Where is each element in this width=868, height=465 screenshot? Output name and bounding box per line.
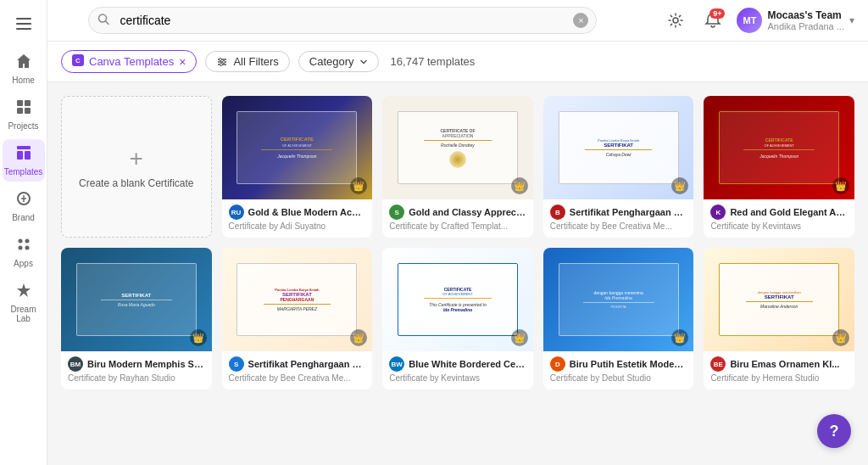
template-card[interactable]: CERTIFICATE OF ACHIEVEMENT Jacquelin Tho… xyxy=(222,96,373,238)
author-avatar: BM xyxy=(68,356,83,372)
svg-point-17 xyxy=(673,18,678,23)
settings-button[interactable] xyxy=(662,7,689,34)
svg-text:C: C xyxy=(75,57,81,64)
svg-rect-9 xyxy=(25,151,31,160)
template-thumbnail: SERTIFIKAT Rosa Maria Aguado 👑 xyxy=(61,248,212,351)
template-subtitle: Certificate by Bee Creativa Me... xyxy=(229,373,366,383)
help-icon: ? xyxy=(830,423,839,440)
svg-rect-2 xyxy=(16,28,31,30)
menu-icon[interactable] xyxy=(8,8,39,39)
sidebar-item-apps[interactable]: Apps xyxy=(3,231,45,273)
sidebar-item-label: Projects xyxy=(8,121,38,131)
premium-badge: 👑 xyxy=(511,177,528,194)
sidebar-item-label: Apps xyxy=(14,259,33,268)
search-input[interactable] xyxy=(88,7,597,34)
dreamlab-icon xyxy=(15,282,32,303)
premium-badge: 👑 xyxy=(671,177,688,194)
topbar-right: 9+ MT Mocaas's Team Andika Pradana ... ▾ xyxy=(662,7,854,34)
svg-point-24 xyxy=(223,60,225,63)
user-menu[interactable]: MT Mocaas's Team Andika Pradana ... ▾ xyxy=(737,8,854,33)
notification-button[interactable]: 9+ xyxy=(699,7,726,34)
blank-certificate-label: Create a blank Certificate xyxy=(72,177,200,189)
author-avatar: BE xyxy=(710,356,726,372)
category-label: Category xyxy=(309,55,354,68)
template-thumbnail: CERTIFICATE OF ACHIEVEMENT Jacquelin Tho… xyxy=(222,96,373,199)
svg-point-25 xyxy=(220,63,223,65)
template-title: Red and Gold Elegant Ac... xyxy=(730,207,848,217)
author-avatar: RU xyxy=(229,204,244,220)
template-thumbnail: Panitia Lomba Karya Ilmiah SERTIFIKAT PE… xyxy=(222,248,373,351)
help-button[interactable]: ? xyxy=(817,414,851,448)
avatar: MT xyxy=(737,8,762,33)
sidebar-item-projects[interactable]: Projects xyxy=(3,93,45,136)
template-subtitle: Certificate by Kevintaws xyxy=(710,221,848,231)
svg-point-12 xyxy=(25,239,29,244)
svg-line-16 xyxy=(106,21,109,25)
template-title: Biru Modern Memphis Se... xyxy=(87,359,205,369)
author-avatar: D xyxy=(550,356,565,372)
svg-point-13 xyxy=(18,246,22,250)
template-thumbnail: CERTIFICATE OF ACHIEVEMENT This Certific… xyxy=(382,248,533,351)
premium-badge: 👑 xyxy=(190,329,207,346)
sidebar-item-templates[interactable]: Templates xyxy=(3,139,45,182)
template-card[interactable]: Panitia Lomba Karya Ilmiah SERTIFIKAT Ca… xyxy=(543,96,694,238)
template-info: S Gold and Classy Apprecia... Certificat… xyxy=(382,199,533,238)
template-info: BM Biru Modern Memphis Se... Certificate… xyxy=(61,351,212,389)
template-card[interactable]: CERTIFICATE OF ACHIEVEMENT This Certific… xyxy=(382,248,533,389)
main-area: × 9+ MT Mocaas's Team Andika Pradana ...… xyxy=(47,0,868,465)
svg-rect-6 xyxy=(25,108,31,114)
filter-bar: C Canva Templates × All Filters Category… xyxy=(47,42,868,82)
user-name: Mocaas's Team xyxy=(767,9,844,21)
svg-rect-8 xyxy=(17,151,23,160)
author-avatar: K xyxy=(710,204,726,220)
chevron-down-icon: ▾ xyxy=(849,14,854,26)
home-icon xyxy=(15,53,32,74)
template-card[interactable]: SERTIFIKAT Rosa Maria Aguado 👑 BM Biru M… xyxy=(61,248,212,389)
template-title: Blue White Bordered Cert... xyxy=(409,359,526,369)
template-info: B Sertifikat Penghargaan Lo... Certifica… xyxy=(543,199,694,238)
svg-point-14 xyxy=(25,246,29,250)
template-info: RU Gold & Blue Modern Achi... Certificat… xyxy=(222,199,373,238)
template-subtitle: Certificate by Rayhan Studio xyxy=(68,373,205,383)
svg-rect-5 xyxy=(17,108,23,114)
canva-templates-filter[interactable]: C Canva Templates × xyxy=(61,50,197,73)
user-info: Mocaas's Team Andika Pradana ... xyxy=(767,9,844,31)
template-card[interactable]: dengan bangga menerima Ida Premadina PES… xyxy=(543,248,694,389)
plus-icon: + xyxy=(130,145,143,172)
search-icon xyxy=(97,14,109,28)
template-title: Sertifikat Penghargaan Lo... xyxy=(248,359,366,369)
projects-icon xyxy=(15,98,32,120)
sidebar-item-label: Dream Lab xyxy=(6,305,42,323)
template-info: BW Blue White Bordered Cert... Certifica… xyxy=(382,351,533,389)
svg-rect-1 xyxy=(16,23,31,25)
template-title: Gold & Blue Modern Achi... xyxy=(248,207,366,217)
author-avatar: B xyxy=(550,204,565,220)
template-card[interactable]: CERTIFICATE OF ACHIEVEMENT Jacquelin Tho… xyxy=(704,96,854,238)
template-thumbnail: CERTIFICATE OF ACHIEVEMENT Jacquelin Tho… xyxy=(704,96,854,199)
template-info: D Biru Putih Estetik Modern... Certifica… xyxy=(543,351,694,389)
search-clear-button[interactable]: × xyxy=(573,13,588,28)
svg-rect-0 xyxy=(16,18,31,20)
sidebar-item-brand[interactable]: Brand xyxy=(3,185,45,227)
sidebar-item-label: Templates xyxy=(4,167,43,176)
author-avatar: BW xyxy=(389,356,404,372)
sidebar-item-dreamlab[interactable]: Dream Lab xyxy=(3,277,45,328)
notification-badge: 9+ xyxy=(709,8,725,19)
canva-icon: C xyxy=(72,54,84,69)
premium-badge: 👑 xyxy=(350,177,367,194)
template-subtitle: Certificate by Hemera Studio xyxy=(710,373,848,383)
blank-certificate-card[interactable]: + Create a blank Certificate xyxy=(61,96,212,238)
template-card[interactable]: Panitia Lomba Karya Ilmiah SERTIFIKAT PE… xyxy=(222,248,373,389)
filter-close-icon[interactable]: × xyxy=(179,55,186,69)
template-grid: + Create a blank Certificate CERTIFICATE… xyxy=(61,96,854,389)
template-subtitle: Certificate by Debut Studio xyxy=(550,373,687,383)
content-area: + Create a blank Certificate CERTIFICATE… xyxy=(47,82,868,465)
canva-templates-label: Canva Templates xyxy=(89,55,174,68)
template-card[interactable]: CERTIFICATE OF APPRECIATION Rochelle Don… xyxy=(382,96,533,238)
sidebar-item-home[interactable]: Home xyxy=(3,48,45,90)
premium-badge: 👑 xyxy=(671,329,688,346)
all-filters-button[interactable]: All Filters xyxy=(205,51,289,72)
template-card[interactable]: dengan bangga memberikan SERTIFIKAT Marc… xyxy=(704,248,854,389)
category-dropdown[interactable]: Category xyxy=(298,51,379,72)
svg-point-11 xyxy=(18,239,22,244)
